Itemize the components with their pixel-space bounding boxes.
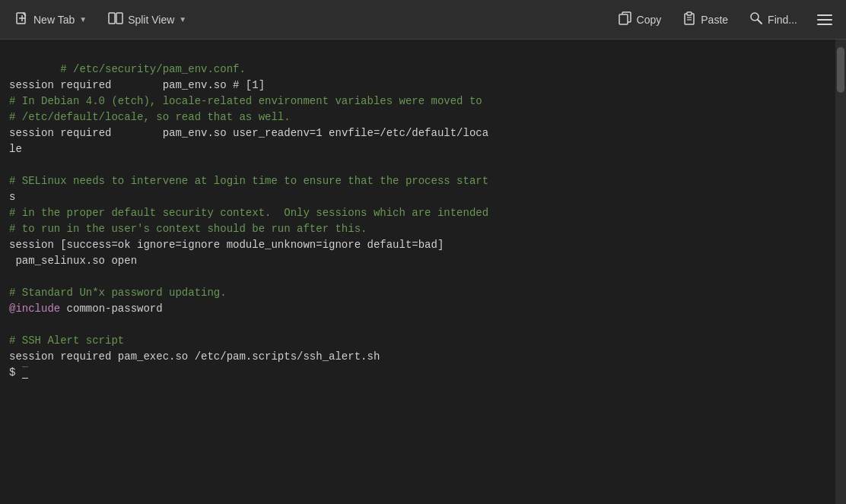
paste-icon (682, 11, 696, 27)
split-view-icon (108, 11, 123, 27)
svg-line-12 (758, 20, 762, 24)
toolbar: New Tab ▼ Split View ▼ Copy (0, 0, 846, 40)
paste-button[interactable]: Paste (673, 7, 737, 32)
scrollbar-thumb[interactable] (837, 47, 844, 93)
new-tab-chevron: ▼ (79, 15, 87, 24)
find-label: Find... (768, 14, 797, 26)
content-wrapper: # /etc/security/pam_env.conf. session re… (0, 40, 846, 504)
paste-label: Paste (701, 14, 728, 26)
split-view-chevron: ▼ (179, 15, 186, 24)
svg-rect-8 (687, 12, 692, 15)
editor: # /etc/security/pam_env.conf. session re… (0, 40, 835, 504)
copy-label: Copy (637, 14, 662, 26)
content-main: # /etc/security/pam_env.conf. session re… (0, 40, 846, 504)
toolbar-right: Copy Paste Find... (609, 7, 840, 32)
new-tab-label: New Tab (33, 14, 75, 26)
copy-button[interactable]: Copy (609, 7, 671, 32)
hamburger-icon (817, 14, 832, 25)
svg-rect-3 (109, 13, 115, 24)
split-view-button[interactable]: Split View ▼ (99, 7, 196, 32)
editor-content: # /etc/security/pam_env.conf. session re… (9, 63, 488, 379)
new-tab-button[interactable]: New Tab ▼ (6, 7, 96, 32)
menu-button[interactable] (809, 10, 840, 30)
svg-rect-6 (619, 14, 628, 24)
svg-rect-4 (116, 13, 122, 24)
find-button[interactable]: Find... (740, 7, 806, 32)
new-tab-icon (15, 11, 29, 27)
text-area[interactable]: # /etc/security/pam_env.conf. session re… (0, 40, 835, 504)
scrollbar[interactable] (835, 40, 846, 504)
split-view-label: Split View (128, 14, 174, 26)
find-icon (749, 11, 763, 27)
copy-icon (619, 11, 632, 27)
